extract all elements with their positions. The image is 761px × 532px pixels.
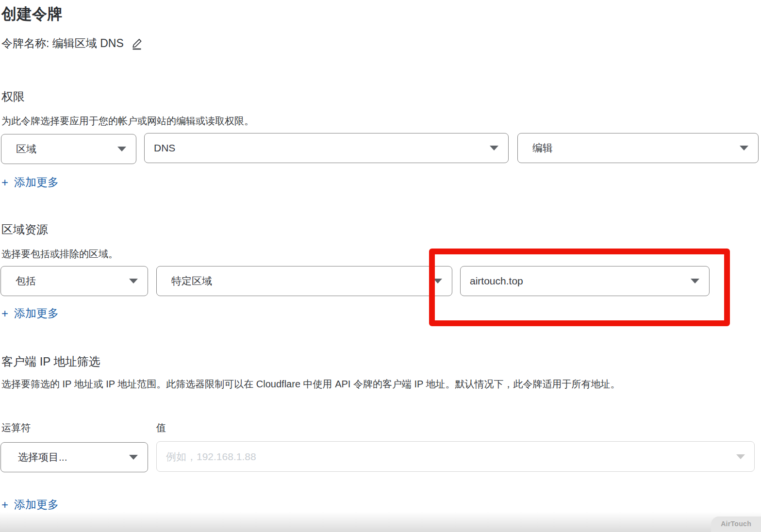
edit-pencil-icon[interactable] [130,36,144,51]
zone-type-select[interactable]: 特定区域 [156,266,452,296]
permissions-description: 为此令牌选择要应用于您的帐户或网站的编辑或读取权限。 [1,112,254,130]
select-value: 选择项目... [1,450,67,464]
chevron-down-icon [490,146,498,150]
chevron-down-icon [740,146,748,150]
chevron-down-icon [736,454,745,459]
plus-icon: + [1,307,8,320]
bottom-gradient [0,512,761,532]
zone-operator-select[interactable]: 包括 [0,266,148,296]
ip-filtering-heading: 客户端 IP 地址筛选 [1,354,100,369]
chevron-down-icon [129,455,138,460]
permission-access-select[interactable]: 编辑 [517,133,759,163]
ip-value-input[interactable] [156,441,755,472]
zone-resources-heading: 区域资源 [1,222,48,237]
watermark-badge: AirTouch [711,516,761,532]
select-value: 包括 [1,274,36,288]
add-more-label: 添加更多 [14,306,59,321]
permission-scope-select[interactable]: 区域 [1,134,136,164]
ip-filtering-add-more-link[interactable]: + 添加更多 [1,497,59,512]
plus-icon: + [1,176,8,189]
chevron-down-icon [117,147,126,151]
zone-name-select[interactable]: airtouch.top [460,266,710,296]
select-value: 区域 [1,142,36,156]
chevron-down-icon [691,279,699,283]
chevron-down-icon [129,279,138,283]
select-value: airtouch.top [461,275,523,287]
add-more-label: 添加更多 [14,175,59,190]
create-token-page: 创建令牌 令牌名称: 编辑区域 DNS 权限 为此令牌选择要应用于您的帐户或网站… [0,0,761,532]
token-name-row: 令牌名称: 编辑区域 DNS [1,36,144,51]
permissions-heading: 权限 [1,89,25,104]
select-value: DNS [145,142,175,154]
token-name-label: 令牌名称: 编辑区域 DNS [1,36,124,51]
zone-resources-description: 选择要包括或排除的区域。 [1,245,118,263]
chevron-down-icon [433,279,442,283]
plus-icon: + [1,498,8,512]
operator-field-label: 运算符 [1,421,31,434]
select-value: 特定区域 [157,274,212,288]
value-field-label: 值 [156,421,166,434]
permission-service-select[interactable]: DNS [144,133,509,163]
ip-value-field-wrap [156,441,755,472]
ip-operator-select[interactable]: 选择项目... [0,442,148,472]
page-title: 创建令牌 [1,4,63,24]
permissions-add-more-link[interactable]: + 添加更多 [1,175,59,190]
ip-filtering-description: 选择要筛选的 IP 地址或 IP 地址范围。此筛选器限制可以在 Cloudfla… [1,375,755,393]
select-value: 编辑 [518,141,553,155]
zone-resources-add-more-link[interactable]: + 添加更多 [1,306,59,321]
add-more-label: 添加更多 [14,497,59,512]
